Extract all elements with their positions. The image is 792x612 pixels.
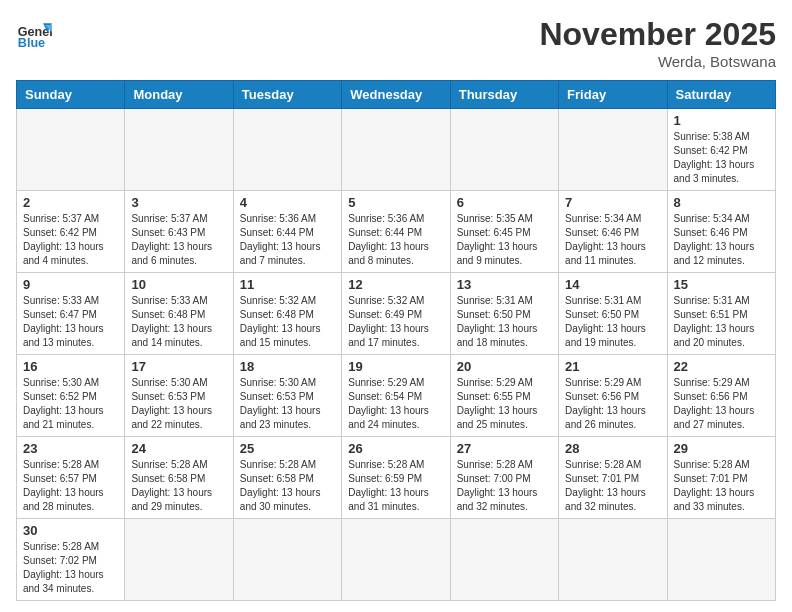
day-info: Sunrise: 5:32 AM Sunset: 6:49 PM Dayligh… — [348, 294, 443, 350]
day-number: 12 — [348, 277, 443, 292]
calendar-cell: 11Sunrise: 5:32 AM Sunset: 6:48 PM Dayli… — [233, 273, 341, 355]
weekday-header-wednesday: Wednesday — [342, 81, 450, 109]
calendar-cell — [233, 109, 341, 191]
calendar-cell: 22Sunrise: 5:29 AM Sunset: 6:56 PM Dayli… — [667, 355, 775, 437]
calendar-cell — [667, 519, 775, 601]
day-info: Sunrise: 5:30 AM Sunset: 6:52 PM Dayligh… — [23, 376, 118, 432]
day-number: 16 — [23, 359, 118, 374]
day-number: 2 — [23, 195, 118, 210]
calendar-cell — [342, 519, 450, 601]
day-info: Sunrise: 5:28 AM Sunset: 6:58 PM Dayligh… — [240, 458, 335, 514]
day-number: 15 — [674, 277, 769, 292]
weekday-header-tuesday: Tuesday — [233, 81, 341, 109]
weekday-header-sunday: Sunday — [17, 81, 125, 109]
day-number: 28 — [565, 441, 660, 456]
calendar-cell: 15Sunrise: 5:31 AM Sunset: 6:51 PM Dayli… — [667, 273, 775, 355]
calendar-cell: 17Sunrise: 5:30 AM Sunset: 6:53 PM Dayli… — [125, 355, 233, 437]
day-info: Sunrise: 5:28 AM Sunset: 7:01 PM Dayligh… — [674, 458, 769, 514]
calendar-cell: 24Sunrise: 5:28 AM Sunset: 6:58 PM Dayli… — [125, 437, 233, 519]
calendar-cell: 1Sunrise: 5:38 AM Sunset: 6:42 PM Daylig… — [667, 109, 775, 191]
calendar-cell: 25Sunrise: 5:28 AM Sunset: 6:58 PM Dayli… — [233, 437, 341, 519]
calendar-cell: 13Sunrise: 5:31 AM Sunset: 6:50 PM Dayli… — [450, 273, 558, 355]
calendar-cell — [233, 519, 341, 601]
calendar-cell: 18Sunrise: 5:30 AM Sunset: 6:53 PM Dayli… — [233, 355, 341, 437]
calendar-cell: 7Sunrise: 5:34 AM Sunset: 6:46 PM Daylig… — [559, 191, 667, 273]
day-info: Sunrise: 5:28 AM Sunset: 7:02 PM Dayligh… — [23, 540, 118, 596]
calendar-cell — [17, 109, 125, 191]
logo: General Blue — [16, 16, 52, 52]
day-info: Sunrise: 5:35 AM Sunset: 6:45 PM Dayligh… — [457, 212, 552, 268]
calendar-cell — [342, 109, 450, 191]
calendar-cell: 6Sunrise: 5:35 AM Sunset: 6:45 PM Daylig… — [450, 191, 558, 273]
calendar-cell — [125, 519, 233, 601]
day-number: 27 — [457, 441, 552, 456]
calendar-cell — [450, 109, 558, 191]
calendar-cell: 23Sunrise: 5:28 AM Sunset: 6:57 PM Dayli… — [17, 437, 125, 519]
day-number: 10 — [131, 277, 226, 292]
calendar-week-row: 9Sunrise: 5:33 AM Sunset: 6:47 PM Daylig… — [17, 273, 776, 355]
day-info: Sunrise: 5:38 AM Sunset: 6:42 PM Dayligh… — [674, 130, 769, 186]
calendar-cell: 20Sunrise: 5:29 AM Sunset: 6:55 PM Dayli… — [450, 355, 558, 437]
day-number: 8 — [674, 195, 769, 210]
location: Werda, Botswana — [539, 53, 776, 70]
calendar-cell: 3Sunrise: 5:37 AM Sunset: 6:43 PM Daylig… — [125, 191, 233, 273]
title-block: November 2025 Werda, Botswana — [539, 16, 776, 70]
day-number: 1 — [674, 113, 769, 128]
calendar-cell — [559, 519, 667, 601]
day-number: 14 — [565, 277, 660, 292]
day-number: 20 — [457, 359, 552, 374]
day-number: 4 — [240, 195, 335, 210]
day-info: Sunrise: 5:31 AM Sunset: 6:50 PM Dayligh… — [565, 294, 660, 350]
day-info: Sunrise: 5:37 AM Sunset: 6:43 PM Dayligh… — [131, 212, 226, 268]
calendar-cell: 30Sunrise: 5:28 AM Sunset: 7:02 PM Dayli… — [17, 519, 125, 601]
day-info: Sunrise: 5:33 AM Sunset: 6:48 PM Dayligh… — [131, 294, 226, 350]
day-info: Sunrise: 5:28 AM Sunset: 6:58 PM Dayligh… — [131, 458, 226, 514]
svg-text:Blue: Blue — [18, 36, 45, 50]
calendar-week-row: 23Sunrise: 5:28 AM Sunset: 6:57 PM Dayli… — [17, 437, 776, 519]
day-info: Sunrise: 5:36 AM Sunset: 6:44 PM Dayligh… — [240, 212, 335, 268]
calendar-cell: 26Sunrise: 5:28 AM Sunset: 6:59 PM Dayli… — [342, 437, 450, 519]
calendar-cell: 19Sunrise: 5:29 AM Sunset: 6:54 PM Dayli… — [342, 355, 450, 437]
day-number: 22 — [674, 359, 769, 374]
day-info: Sunrise: 5:34 AM Sunset: 6:46 PM Dayligh… — [565, 212, 660, 268]
day-info: Sunrise: 5:28 AM Sunset: 7:00 PM Dayligh… — [457, 458, 552, 514]
calendar-cell: 5Sunrise: 5:36 AM Sunset: 6:44 PM Daylig… — [342, 191, 450, 273]
calendar-table: SundayMondayTuesdayWednesdayThursdayFrid… — [16, 80, 776, 601]
day-number: 9 — [23, 277, 118, 292]
day-info: Sunrise: 5:36 AM Sunset: 6:44 PM Dayligh… — [348, 212, 443, 268]
day-number: 21 — [565, 359, 660, 374]
month-title: November 2025 — [539, 16, 776, 53]
day-info: Sunrise: 5:32 AM Sunset: 6:48 PM Dayligh… — [240, 294, 335, 350]
calendar-cell: 14Sunrise: 5:31 AM Sunset: 6:50 PM Dayli… — [559, 273, 667, 355]
page-header: General Blue November 2025 Werda, Botswa… — [16, 16, 776, 70]
day-number: 11 — [240, 277, 335, 292]
day-number: 29 — [674, 441, 769, 456]
calendar-cell: 27Sunrise: 5:28 AM Sunset: 7:00 PM Dayli… — [450, 437, 558, 519]
calendar-cell: 21Sunrise: 5:29 AM Sunset: 6:56 PM Dayli… — [559, 355, 667, 437]
day-info: Sunrise: 5:29 AM Sunset: 6:55 PM Dayligh… — [457, 376, 552, 432]
day-number: 13 — [457, 277, 552, 292]
calendar-cell — [450, 519, 558, 601]
weekday-header-row: SundayMondayTuesdayWednesdayThursdayFrid… — [17, 81, 776, 109]
calendar-cell: 16Sunrise: 5:30 AM Sunset: 6:52 PM Dayli… — [17, 355, 125, 437]
weekday-header-monday: Monday — [125, 81, 233, 109]
calendar-cell: 28Sunrise: 5:28 AM Sunset: 7:01 PM Dayli… — [559, 437, 667, 519]
day-number: 25 — [240, 441, 335, 456]
calendar-cell: 29Sunrise: 5:28 AM Sunset: 7:01 PM Dayli… — [667, 437, 775, 519]
day-info: Sunrise: 5:34 AM Sunset: 6:46 PM Dayligh… — [674, 212, 769, 268]
logo-icon: General Blue — [16, 16, 52, 52]
calendar-cell: 8Sunrise: 5:34 AM Sunset: 6:46 PM Daylig… — [667, 191, 775, 273]
day-number: 6 — [457, 195, 552, 210]
day-info: Sunrise: 5:37 AM Sunset: 6:42 PM Dayligh… — [23, 212, 118, 268]
day-number: 3 — [131, 195, 226, 210]
day-info: Sunrise: 5:28 AM Sunset: 6:57 PM Dayligh… — [23, 458, 118, 514]
calendar-cell — [125, 109, 233, 191]
day-number: 5 — [348, 195, 443, 210]
day-number: 26 — [348, 441, 443, 456]
day-info: Sunrise: 5:33 AM Sunset: 6:47 PM Dayligh… — [23, 294, 118, 350]
calendar-week-row: 30Sunrise: 5:28 AM Sunset: 7:02 PM Dayli… — [17, 519, 776, 601]
day-info: Sunrise: 5:30 AM Sunset: 6:53 PM Dayligh… — [131, 376, 226, 432]
day-number: 17 — [131, 359, 226, 374]
day-number: 19 — [348, 359, 443, 374]
calendar-cell: 9Sunrise: 5:33 AM Sunset: 6:47 PM Daylig… — [17, 273, 125, 355]
